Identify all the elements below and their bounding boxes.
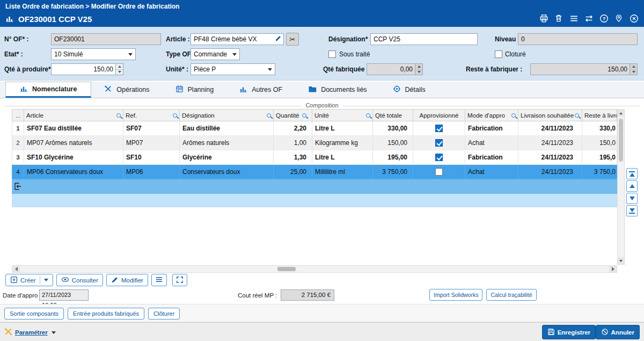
scissors-button[interactable]: ✂ xyxy=(286,33,299,46)
chevron-down-icon xyxy=(268,68,272,71)
column-header-article[interactable]: Article xyxy=(24,109,123,121)
cloturer-button[interactable]: Clôturer xyxy=(148,308,180,320)
column-label: Désignation xyxy=(182,112,215,119)
qte-produire-input[interactable]: 150,00 xyxy=(51,63,123,75)
menu-icon[interactable] xyxy=(569,13,579,23)
column-label: Ref. xyxy=(126,112,137,119)
tab-planning[interactable]: Planning xyxy=(163,82,227,98)
cancel-button[interactable]: Annuler xyxy=(596,325,640,339)
trash-icon[interactable] xyxy=(554,13,564,23)
qte-fabriquee-input[interactable]: 0,00 xyxy=(367,63,423,75)
date-appro-input[interactable]: 27/11/2023 16:00 xyxy=(39,289,89,301)
scroll-up-button[interactable] xyxy=(618,110,624,117)
article-input[interactable] xyxy=(191,33,284,45)
scroll-right-button[interactable] xyxy=(609,266,617,272)
column-header-quantite[interactable]: Quantité xyxy=(274,109,312,121)
chevron-down-icon[interactable] xyxy=(44,279,48,281)
spin-up-button[interactable] xyxy=(630,64,637,69)
type-of-select[interactable]: Commande xyxy=(191,48,240,60)
etat-select[interactable]: 10 Simulé xyxy=(51,48,136,60)
list-menu-button[interactable] xyxy=(151,274,167,286)
column-header-mode-appro[interactable]: Mode d'appro xyxy=(465,109,518,121)
arrow-up-icon xyxy=(630,173,635,177)
search-icon[interactable] xyxy=(302,113,306,118)
expand-button[interactable] xyxy=(172,274,187,286)
search-icon[interactable] xyxy=(173,113,177,118)
scrollbar-thumb[interactable] xyxy=(619,119,623,162)
column-header-livraison[interactable]: Livraison souhaitée xyxy=(518,109,582,121)
designation-input[interactable] xyxy=(370,33,478,45)
search-icon[interactable] xyxy=(116,113,121,118)
cell-designation: Glycérine xyxy=(180,150,274,165)
search-icon[interactable] xyxy=(575,113,579,118)
spin-down-button[interactable] xyxy=(630,69,637,75)
checkbox-icon[interactable] xyxy=(435,154,443,161)
column-header-ref[interactable]: Ref. xyxy=(123,109,180,121)
sortie-composants-button[interactable]: Sortie composants xyxy=(4,308,64,320)
tab-operations[interactable]: Opérations xyxy=(91,82,162,98)
sous-traite-checkbox[interactable] xyxy=(328,50,336,58)
scroll-left-button[interactable] xyxy=(12,266,20,272)
search-icon[interactable] xyxy=(267,113,271,118)
move-top-button[interactable] xyxy=(626,168,638,179)
parametrer-button[interactable]: Paramétrer xyxy=(4,328,56,337)
ban-icon xyxy=(601,328,609,337)
create-button[interactable]: Créer xyxy=(5,274,53,286)
spin-up-button[interactable] xyxy=(116,64,123,69)
consult-button[interactable]: Consulter xyxy=(56,274,103,286)
search-icon[interactable] xyxy=(511,113,516,118)
tab-details[interactable]: Détails xyxy=(380,82,438,98)
niveau-input[interactable] xyxy=(518,33,638,45)
niveau-label: Niveau : xyxy=(495,33,520,45)
search-icon[interactable] xyxy=(366,113,370,118)
transfer-icon[interactable] xyxy=(584,13,594,23)
close-icon[interactable] xyxy=(629,13,639,23)
pin-icon[interactable] xyxy=(614,13,624,23)
column-header-reste[interactable]: Reste à livrer xyxy=(582,109,617,121)
svg-text:?: ? xyxy=(602,15,605,21)
reste-fabriquer-input[interactable]: 150,00 xyxy=(530,63,638,75)
scroll-down-button[interactable] xyxy=(618,257,624,264)
tab-autres-of[interactable]: Autres OF xyxy=(226,82,295,98)
column-header-approvisionne[interactable]: Approvisionné xyxy=(413,109,465,121)
tab-nomenclature[interactable]: Nomenclature xyxy=(5,82,91,98)
column-header-unite[interactable]: Unité xyxy=(312,109,373,121)
floppy-icon xyxy=(547,328,555,337)
import-solidworks-button[interactable]: Import Solidworks xyxy=(429,289,482,301)
print-icon[interactable] xyxy=(539,13,548,23)
tab-documents-lies[interactable]: Documents liés xyxy=(295,82,379,98)
move-up-button[interactable] xyxy=(626,180,638,192)
horizontal-scrollbar[interactable] xyxy=(12,265,617,273)
table-row[interactable]: 2 MP07 Arômes naturels MP07 Arômes natur… xyxy=(12,136,617,150)
move-down-button[interactable] xyxy=(626,193,638,204)
spin-down-button[interactable] xyxy=(116,69,123,75)
date-appro-label: Date d'appro : xyxy=(3,290,41,301)
checkbox-icon[interactable] xyxy=(435,139,443,147)
modify-button[interactable]: Modifier xyxy=(106,274,148,286)
cloture-checkbox[interactable] xyxy=(495,50,502,58)
checkbox-icon[interactable] xyxy=(435,125,443,132)
scrollbar-thumb[interactable] xyxy=(277,267,296,271)
unite-select[interactable]: Pièce P xyxy=(191,63,275,75)
calcul-tracabilite-button[interactable]: Calcul traçabilité xyxy=(486,289,536,301)
move-bottom-button[interactable] xyxy=(626,205,638,216)
vertical-scrollbar[interactable] xyxy=(617,109,625,265)
table-row[interactable]: 1 SF07 Eau distillée SF07 Eau distillée … xyxy=(12,121,617,136)
spin-down-button[interactable] xyxy=(415,69,422,75)
column-header-qte-totale[interactable]: Qté totale xyxy=(373,109,413,121)
cell-reste: 330,0 xyxy=(582,121,617,136)
table-row[interactable]: 3 SF10 Glycérine SF10 Glycérine 1,30 Lit… xyxy=(12,150,617,165)
breadcrumb[interactable]: Liste Ordre de fabrication > Modifier Or… xyxy=(5,3,179,10)
help-icon[interactable]: ? xyxy=(599,13,609,23)
entree-produits-button[interactable]: Entrée produits fabriqués xyxy=(68,308,144,320)
num-of-input[interactable] xyxy=(51,33,161,45)
column-header-designation[interactable]: Désignation xyxy=(180,109,274,121)
selection-stripe xyxy=(12,179,617,194)
table-row[interactable]: 4 MP06 Conservateurs doux MP06 Conservat… xyxy=(12,165,617,179)
checkbox-icon[interactable] xyxy=(435,168,443,176)
save-button[interactable]: Enregistrer xyxy=(542,325,596,339)
edit-article-icon[interactable] xyxy=(275,35,282,43)
spin-up-button[interactable] xyxy=(415,64,422,69)
table-options-button[interactable]: ... xyxy=(12,109,24,121)
spinner xyxy=(115,64,123,75)
